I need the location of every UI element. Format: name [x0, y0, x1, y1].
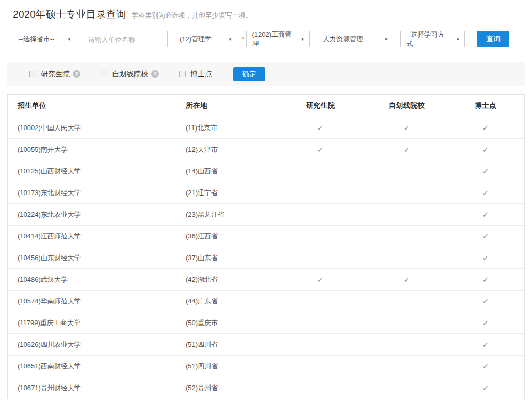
- table-row: (11799)重庆工商大学(50)重庆市✓: [8, 312, 524, 334]
- cell-phd: ✓: [448, 362, 523, 371]
- self-line-checkbox[interactable]: [101, 71, 107, 77]
- cell-location: (11)北京市: [176, 123, 276, 133]
- column-header-self-line: 自划线院校: [365, 101, 448, 110]
- table-row: (10456)山东财经大学(37)山东省✓: [8, 247, 524, 269]
- checkbox-item-grad-school[interactable]: 研究生院 ?: [29, 70, 80, 79]
- column-header-location: 所在地: [176, 101, 276, 110]
- check-icon: ✓: [404, 275, 410, 284]
- check-icon: ✓: [482, 210, 489, 219]
- checkbox-item-self-line[interactable]: 自划线院校 ?: [101, 70, 159, 79]
- cell-location: (42)湖北省: [176, 275, 276, 284]
- page-header: 2020年硕士专业目录查询 学科类别为必选项，其他至少填写一项。: [13, 8, 525, 21]
- check-icon: ✓: [482, 145, 489, 154]
- cell-location: (52)贵州省: [176, 383, 276, 393]
- major-select-value: 人力资源管理: [323, 35, 363, 44]
- cell-unit: (10574)华南师范大学: [8, 297, 176, 306]
- check-icon: ✓: [317, 123, 324, 132]
- cell-phd: ✓: [448, 232, 523, 241]
- grad-school-checkbox[interactable]: [29, 71, 36, 77]
- chevron-down-icon: ▼: [301, 37, 305, 42]
- table-row: (10574)华南师范大学(44)广东省✓: [8, 291, 524, 312]
- check-icon: ✓: [482, 297, 489, 305]
- cell-phd: ✓: [448, 188, 523, 198]
- filter-bar: --选择省市-- ▼ (12)管理学 ▼ * (1202)工商管理 ▼ 人力资源…: [13, 31, 525, 47]
- discipline-select[interactable]: (1202)工商管理 ▼: [246, 31, 310, 47]
- phd-checkbox-label: 博士点: [190, 70, 212, 79]
- cell-phd: ✓: [448, 210, 523, 219]
- cell-self-line: ✓: [365, 123, 448, 133]
- check-icon: ✓: [482, 362, 489, 371]
- cell-location: (23)黑龙江省: [176, 210, 276, 219]
- cell-grad-school: ✓: [276, 123, 365, 133]
- table-row: (10671)贵州财经大学(52)贵州省✓: [8, 377, 524, 399]
- cell-phd: ✓: [448, 167, 523, 176]
- cell-location: (51)四川省: [176, 340, 276, 349]
- search-button[interactable]: 查询: [477, 31, 509, 47]
- cell-location: (44)广东省: [176, 297, 276, 306]
- cell-location: (51)四川省: [176, 362, 276, 371]
- check-icon: ✓: [482, 123, 489, 132]
- table-row: (10651)西南财经大学(51)四川省✓: [8, 356, 524, 377]
- table-row: (10173)东北财经大学(21)辽宁省✓: [8, 182, 524, 204]
- study-mode-select-value: --选择学习方式--: [406, 30, 453, 49]
- cell-unit: (10626)四川农业大学: [8, 340, 176, 349]
- checkbox-item-phd[interactable]: 博士点: [179, 70, 212, 79]
- table-row: (10224)东北农业大学(23)黑龙江省✓: [8, 204, 524, 226]
- self-line-checkbox-label: 自划线院校: [112, 70, 148, 79]
- phd-checkbox[interactable]: [179, 71, 186, 77]
- category-select-value: (12)管理学: [180, 35, 212, 44]
- table-row: (10486)武汉大学(42)湖北省✓✓✓: [8, 269, 524, 291]
- cell-unit: (10456)山东财经大学: [8, 253, 176, 263]
- major-select[interactable]: 人力资源管理 ▼: [317, 31, 393, 47]
- check-icon: ✓: [404, 145, 410, 154]
- cell-phd: ✓: [448, 297, 523, 306]
- cell-grad-school: ✓: [276, 145, 365, 154]
- cell-phd: ✓: [448, 253, 523, 263]
- results-table: 招生单位 所在地 研究生院 自划线院校 博士点 (10002)中国人民大学(11…: [7, 94, 525, 399]
- table-header-row: 招生单位 所在地 研究生院 自划线院校 博士点: [8, 95, 524, 117]
- cell-unit: (11799)重庆工商大学: [8, 318, 176, 328]
- page-subtitle: 学科类别为必选项，其他至少填写一项。: [132, 11, 252, 20]
- check-icon: ✓: [482, 340, 489, 349]
- page: 2020年硕士专业目录查询 学科类别为必选项，其他至少填写一项。 --选择省市-…: [0, 8, 532, 399]
- check-icon: ✓: [482, 188, 489, 197]
- check-icon: ✓: [482, 383, 489, 392]
- cell-location: (37)山东省: [176, 253, 276, 263]
- cell-phd: ✓: [448, 123, 523, 133]
- category-select[interactable]: (12)管理学 ▼: [174, 31, 237, 47]
- province-select[interactable]: --选择省市-- ▼: [13, 31, 76, 47]
- check-icon: ✓: [317, 145, 324, 154]
- cell-self-line: ✓: [365, 275, 448, 284]
- cell-location: (12)天津市: [176, 145, 276, 154]
- confirm-button[interactable]: 确定: [233, 67, 265, 81]
- chevron-down-icon: ▼: [67, 37, 71, 42]
- cell-unit: (10414)江西师范大学: [8, 232, 176, 241]
- table-row: (10002)中国人民大学(11)北京市✓✓✓: [8, 117, 524, 139]
- table-row: (10626)四川农业大学(51)四川省✓: [8, 334, 524, 356]
- chevron-down-icon: ▼: [228, 37, 232, 42]
- cell-self-line: ✓: [365, 145, 448, 154]
- help-icon[interactable]: ?: [73, 70, 80, 78]
- check-icon: ✓: [482, 275, 489, 284]
- chevron-down-icon: ▼: [384, 37, 389, 42]
- cell-unit: (10671)贵州财经大学: [8, 383, 176, 393]
- unit-name-input[interactable]: [83, 31, 168, 47]
- help-icon[interactable]: ?: [151, 70, 159, 78]
- cell-unit: (10055)南开大学: [8, 145, 176, 154]
- table-row: (10414)江西师范大学(36)江西省✓: [8, 226, 524, 247]
- province-select-value: --选择省市--: [19, 35, 54, 44]
- required-asterisk: *: [241, 31, 244, 47]
- discipline-select-value: (1202)工商管理: [252, 30, 297, 49]
- cell-phd: ✓: [448, 275, 523, 284]
- column-header-grad-school: 研究生院: [276, 101, 365, 110]
- cell-phd: ✓: [448, 145, 523, 154]
- table-row: (10055)南开大学(12)天津市✓✓✓: [8, 139, 524, 160]
- cell-phd: ✓: [448, 383, 523, 393]
- checkbox-bar: 研究生院 ? 自划线院校 ? 博士点 确定: [7, 62, 525, 86]
- check-icon: ✓: [404, 123, 410, 132]
- cell-phd: ✓: [448, 340, 523, 349]
- cell-phd: ✓: [448, 318, 523, 328]
- study-mode-select[interactable]: --选择学习方式-- ▼: [400, 31, 465, 47]
- cell-unit: (10173)东北财经大学: [8, 188, 176, 198]
- cell-unit: (10002)中国人民大学: [8, 123, 176, 133]
